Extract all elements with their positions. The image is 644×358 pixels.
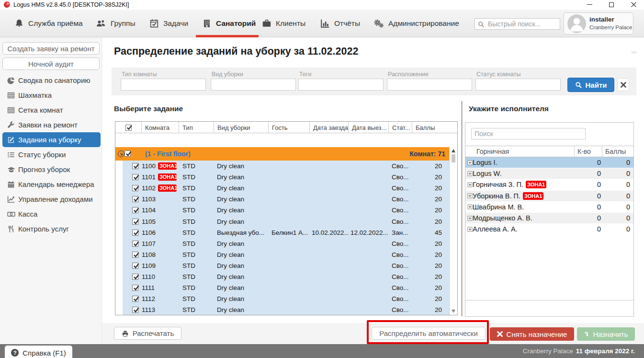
nav-item-4[interactable]: Клиенты <box>262 10 305 37</box>
group-row-first-floor[interactable]: (1 - First floor) Комнат: 71 <box>115 147 457 161</box>
task-row-1101[interactable]: 1101ЗОНА1STDDry cleanСво...20 <box>115 172 457 183</box>
window-maximize-button[interactable] <box>604 0 619 9</box>
task-row-1107[interactable]: 1107STDDry cleanСво...20 <box>115 238 457 249</box>
collapse-pill[interactable] <box>631 51 637 54</box>
window-minimize-button[interactable] <box>582 0 597 9</box>
task-checkbox[interactable] <box>132 252 138 258</box>
task-checkbox[interactable] <box>132 241 138 247</box>
executor-search-input[interactable] <box>471 128 586 139</box>
print-button[interactable]: Распечатать <box>114 327 181 340</box>
sidebar-item-2[interactable]: Сетка комнат <box>0 103 102 117</box>
scroll-down-icon[interactable] <box>452 310 455 313</box>
nav-item-1[interactable]: Группы <box>96 10 136 37</box>
sidebar-item-5[interactable]: Статус уборки <box>0 147 102 162</box>
tasks-scrollbar[interactable] <box>449 147 457 315</box>
task-row-1111[interactable]: 1111STDDry cleanСво...20 <box>115 282 457 293</box>
expand-plus-icon[interactable] <box>467 193 473 198</box>
executor-row-0[interactable]: Logus I.00 <box>465 157 633 168</box>
expand-plus-icon[interactable] <box>467 204 473 209</box>
create-repair-request-button[interactable]: Создать заявку на ремонт <box>2 42 100 55</box>
expand-plus-icon[interactable] <box>467 160 473 165</box>
select-all-checkbox[interactable] <box>125 125 132 131</box>
filter-input-2[interactable] <box>298 79 384 91</box>
task-checkbox[interactable] <box>132 196 138 202</box>
task-row-1103[interactable]: 1103STDDry cleanСво...20 <box>115 194 457 205</box>
expand-plus-icon[interactable] <box>467 227 473 232</box>
quick-search-input[interactable] <box>475 18 560 30</box>
task-row-1113[interactable]: 1113STDDry cleanСво...20 <box>115 304 457 315</box>
help-button[interactable]: ? Справка (F1) <box>5 346 72 358</box>
task-checkbox[interactable] <box>132 274 138 280</box>
tasks-column-header-2[interactable]: Тип <box>179 122 214 133</box>
nav-item-0[interactable]: Служба приёма <box>14 10 83 37</box>
sidebar-item-8[interactable]: Управление доходами <box>0 192 102 207</box>
tasks-column-header-3[interactable]: Вид уборки <box>214 122 269 133</box>
expand-plus-icon[interactable] <box>467 171 473 176</box>
tasks-column-header-6[interactable]: Дата выез... <box>349 122 389 133</box>
task-row-1105[interactable]: 1105STDDry cleanСво...20 <box>115 216 457 227</box>
task-row-1108[interactable]: 1108STDDry cleanСво...20 <box>115 249 457 260</box>
task-checkbox[interactable] <box>132 207 138 213</box>
task-checkbox[interactable] <box>132 263 138 269</box>
tasks-column-header-7[interactable]: Стат... <box>389 122 412 133</box>
task-checkbox[interactable] <box>132 174 138 180</box>
tasks-column-header-4[interactable]: Гость <box>269 122 310 133</box>
task-checkbox[interactable] <box>132 163 138 169</box>
sidebar-item-10[interactable]: Контроль услуг <box>0 221 102 236</box>
task-checkbox[interactable] <box>132 219 138 225</box>
task-checkbox[interactable] <box>132 285 138 291</box>
executor-row-3[interactable]: Уборкина В. П.ЗОНА100 <box>465 191 633 202</box>
sidebar-item-7[interactable]: Календарь менеджера <box>0 177 102 192</box>
expand-plus-icon[interactable] <box>467 216 473 221</box>
group-checkbox[interactable] <box>124 150 131 157</box>
clear-filters-button[interactable] <box>617 78 629 91</box>
executors-column-header-1[interactable]: К-во <box>575 146 602 157</box>
sidebar-item-1[interactable]: Шахматка <box>0 88 102 103</box>
scroll-thumb[interactable] <box>452 154 455 162</box>
sidebar-item-9[interactable]: Касса <box>0 207 102 221</box>
task-row-1102[interactable]: 1102ЗОНА1STDDry cleanСво...20 <box>115 183 457 194</box>
window-close-button[interactable] <box>626 0 641 9</box>
executor-row-1[interactable]: Logus W.00 <box>465 168 633 179</box>
executors-column-header-2[interactable]: Баллы <box>602 146 633 157</box>
assign-button[interactable]: Назначить <box>577 327 635 341</box>
tasks-column-header-1[interactable]: Комната <box>142 122 179 133</box>
nav-item-6[interactable]: Администрирование <box>373 10 459 37</box>
task-row-1100[interactable]: 1100ЗОНА1STDDry cleanСво...20 <box>115 161 457 172</box>
task-checkbox[interactable] <box>132 230 138 236</box>
filter-input-3[interactable] <box>387 79 472 91</box>
panel-splitter[interactable] <box>461 101 463 316</box>
group-collapse-icon[interactable] <box>118 150 124 157</box>
tasks-column-header-0[interactable] <box>115 122 142 133</box>
task-row-1110[interactable]: 1110STDDry cleanСво...20 <box>115 271 457 282</box>
task-checkbox[interactable] <box>132 185 138 191</box>
filter-input-0[interactable] <box>121 79 206 91</box>
executor-row-4[interactable]: Швабрина М. В.00 <box>465 202 633 213</box>
sidebar-item-0[interactable]: Сводка по санаторию <box>0 73 102 88</box>
expand-plus-icon[interactable] <box>467 182 473 187</box>
executors-column-header-0[interactable]: Горничная <box>474 146 575 157</box>
task-checkbox[interactable] <box>132 307 138 313</box>
user-card[interactable]: installer Cranberry Palace <box>564 12 633 35</box>
executor-row-5[interactable]: Модрыщенко А. В.00 <box>465 213 633 224</box>
task-row-1109[interactable]: 1109STDDry cleanСво...20 <box>115 260 457 271</box>
nav-item-5[interactable]: Отчёты <box>320 10 360 37</box>
executor-row-6[interactable]: Аллеева А. А.00 <box>465 224 633 235</box>
nav-item-2[interactable]: Задачи <box>149 10 188 37</box>
night-audit-button[interactable]: Ночной аудит <box>2 58 100 70</box>
tasks-column-header-8[interactable]: Баллы <box>412 122 449 133</box>
tasks-column-header-5[interactable]: Дата заезда <box>310 122 349 133</box>
filter-input-1[interactable] <box>211 79 296 91</box>
executor-row-2[interactable]: Горничная З. П.ЗОНА100 <box>465 179 633 190</box>
task-row-1106[interactable]: 1106STDВыездная убо...Белкин1 А...10.02.… <box>115 227 457 238</box>
sidebar-item-3[interactable]: Заявки на ремонт <box>0 117 102 132</box>
scroll-up-icon[interactable] <box>452 149 455 152</box>
sidebar-item-4[interactable]: Задания на уборку <box>2 132 101 147</box>
task-row-1112[interactable]: 1112STDDry cleanСво...20 <box>115 293 457 304</box>
sidebar-item-6[interactable]: Прогноз уборок <box>0 162 102 177</box>
find-button[interactable]: Найти <box>567 78 614 92</box>
task-checkbox[interactable] <box>132 296 138 302</box>
filter-input-4[interactable] <box>475 79 561 91</box>
nav-item-3[interactable]: Санаторий <box>202 10 256 37</box>
unassign-button[interactable]: Снять назначение <box>490 327 574 341</box>
